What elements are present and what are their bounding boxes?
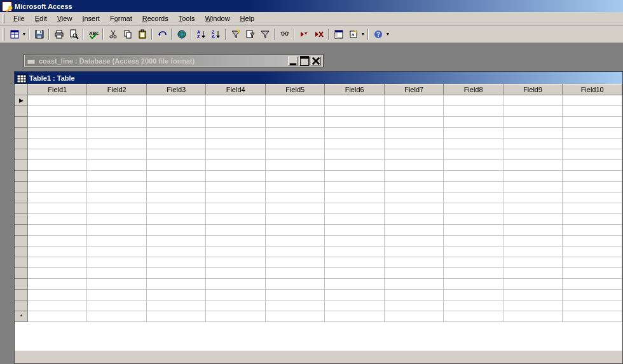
cell[interactable] [28,192,87,203]
cell[interactable] [265,117,324,128]
filter-by-form-button[interactable] [243,27,257,41]
cell[interactable] [87,236,146,246]
cell[interactable] [146,290,205,300]
cell[interactable] [563,311,622,322]
cell[interactable] [265,300,324,311]
cell[interactable] [503,236,562,246]
db-minimize-button[interactable] [288,57,298,65]
cell[interactable] [444,160,503,171]
cell[interactable] [206,182,265,192]
cell[interactable] [28,214,87,225]
row-selector[interactable] [15,203,28,214]
cell[interactable] [28,128,87,138]
cell[interactable] [146,149,205,160]
help-button[interactable]: ? [371,27,385,41]
cell[interactable] [265,128,324,138]
menu-view[interactable]: View [52,13,78,24]
cell[interactable] [28,279,87,290]
column-header[interactable]: Field6 [325,84,384,95]
cell[interactable] [146,128,205,138]
cell[interactable] [206,149,265,160]
row-selector[interactable] [15,290,28,300]
cell[interactable] [384,311,443,322]
cell[interactable] [444,214,503,225]
cell[interactable] [206,128,265,138]
cell[interactable] [28,290,87,300]
cell[interactable] [503,246,562,257]
cell[interactable] [28,300,87,311]
cell[interactable] [384,171,443,182]
cell[interactable] [206,311,265,322]
cell[interactable] [206,160,265,171]
cell[interactable] [325,106,384,117]
cell[interactable] [325,214,384,225]
row-selector[interactable] [15,106,28,117]
column-header[interactable]: Field1 [28,84,87,95]
row-selector[interactable] [15,257,28,268]
cell[interactable] [384,117,443,128]
cell[interactable] [146,95,205,106]
undo-button[interactable] [154,27,169,41]
cell[interactable] [563,300,622,311]
cell[interactable] [325,128,384,138]
cell[interactable] [503,300,562,311]
cell[interactable] [444,225,503,236]
cell[interactable] [265,214,324,225]
cell[interactable] [87,95,146,106]
row-selector[interactable] [15,246,28,257]
cell[interactable] [146,117,205,128]
cut-button[interactable] [106,27,120,41]
cell[interactable] [265,138,324,149]
menu-insert[interactable]: Insert [77,13,105,24]
row-selector[interactable]: ▶ [15,95,28,106]
column-header[interactable]: Field3 [146,84,205,95]
row-selector[interactable] [15,138,28,149]
cell[interactable] [444,246,503,257]
cell[interactable] [28,149,87,160]
row-selector[interactable] [15,128,28,138]
row-selector[interactable] [15,225,28,236]
paste-button[interactable] [135,27,149,41]
table-title-bar[interactable]: Table1 : Table [15,72,622,84]
cell[interactable] [87,203,146,214]
db-maximize-button[interactable] [299,57,310,65]
cell[interactable] [563,236,622,246]
cell[interactable] [146,268,205,279]
cell[interactable] [146,300,205,311]
cell[interactable] [563,138,622,149]
hyperlink-button[interactable] [174,27,189,41]
cell[interactable] [206,171,265,182]
cell[interactable] [265,95,324,106]
cell[interactable] [503,279,562,290]
cell[interactable] [503,268,562,279]
cell[interactable] [563,117,622,128]
cell[interactable] [28,117,87,128]
column-header[interactable]: Field2 [87,84,146,95]
print-button[interactable] [51,27,66,41]
new-object-button[interactable]: a [346,27,360,41]
cell[interactable] [265,160,324,171]
cell[interactable] [563,182,622,192]
cell[interactable] [325,160,384,171]
cell[interactable] [325,138,384,149]
cell[interactable] [265,203,324,214]
menu-file[interactable]: File [8,13,30,24]
row-selector[interactable] [15,171,28,182]
cell[interactable] [28,171,87,182]
cell[interactable] [87,117,146,128]
cell[interactable] [87,300,146,311]
sort-ascending-button[interactable]: AZ [194,27,209,41]
row-selector[interactable] [15,192,28,203]
cell[interactable] [563,106,622,117]
cell[interactable] [146,182,205,192]
cell[interactable] [325,246,384,257]
row-selector[interactable] [15,160,28,171]
cell[interactable] [146,192,205,203]
cell[interactable] [384,182,443,192]
select-all-corner[interactable] [15,84,28,95]
cell[interactable] [325,171,384,182]
new-record-button[interactable]: * [297,27,312,41]
cell[interactable] [28,106,87,117]
cell[interactable] [384,128,443,138]
cell[interactable] [384,149,443,160]
